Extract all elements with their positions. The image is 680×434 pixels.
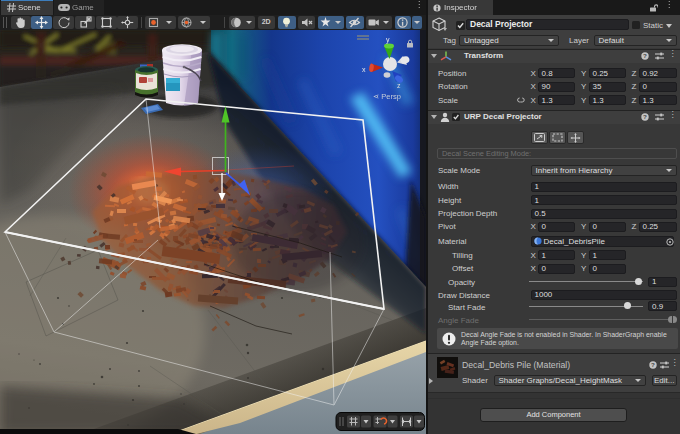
svg-text:x: x (362, 66, 366, 73)
svg-text:z: z (397, 82, 401, 89)
svg-text:?: ? (651, 361, 655, 368)
svg-text:?: ? (643, 52, 647, 59)
svg-text:?: ? (643, 113, 647, 120)
svg-text:y: y (386, 36, 390, 44)
svg-text:⋖ Persp: ⋖ Persp (373, 92, 401, 101)
